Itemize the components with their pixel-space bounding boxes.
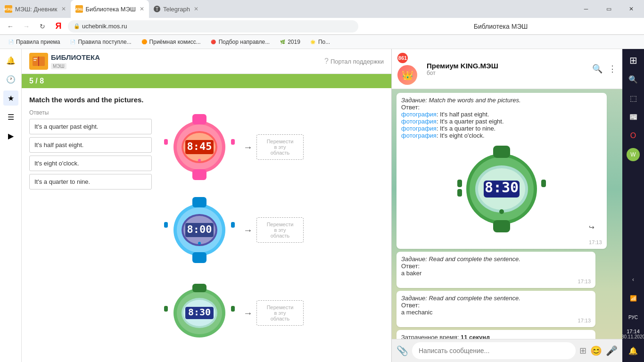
rs-opera-icon[interactable]: O [624, 126, 643, 145]
svg-rect-17 [192, 197, 206, 207]
svg-point-46 [499, 209, 504, 214]
msg1-link3[interactable]: фотография [401, 125, 437, 132]
forward-button[interactable]: ↪ [585, 221, 598, 234]
rs-search-button[interactable]: 🔍 [624, 70, 643, 89]
svg-rect-41 [457, 189, 462, 197]
bookmark-po[interactable]: 🌟 По... [306, 38, 334, 46]
lock-icon: 🔒 [74, 23, 80, 29]
bookmark-2019[interactable]: 🌿 2019 [275, 38, 304, 46]
support-link[interactable]: ? Портал поддержки [324, 57, 384, 66]
tg-emoji-button[interactable]: 😊 [590, 345, 602, 356]
rs-lang[interactable]: РУС [624, 308, 643, 327]
tg-bot-name: Премиум KING.МЭШ [427, 62, 587, 70]
tg-menu-button[interactable]: ⋮ [608, 64, 617, 74]
sidebar-icon-history[interactable]: 🕐 [3, 72, 18, 87]
msg1-link1[interactable]: фотография [401, 111, 437, 118]
tab1-close[interactable]: ✕ [61, 6, 66, 12]
rs-widgets-button[interactable]: 📰 [624, 107, 643, 126]
tg-grid-button[interactable]: ⊞ [579, 346, 586, 356]
answer-item-1[interactable]: It's a quarter past eight. [29, 119, 152, 134]
tg-messages: Задание: Match the words and the picture… [392, 89, 622, 339]
rs-avatar[interactable]: W [624, 145, 643, 164]
refresh-button[interactable]: ↻ [36, 20, 49, 33]
svg-text:8:00: 8:00 [187, 223, 212, 235]
library-header: БИБЛИОТЕКА МЭШ ? Портал поддержки [22, 49, 391, 74]
msg2-time: 17:13 [401, 279, 591, 284]
svg-rect-6 [192, 114, 206, 124]
tg-clock-svg: 8:30 [454, 142, 549, 236]
forward-button[interactable]: → [20, 20, 33, 33]
sidebar-icon-favorites[interactable]: ★ [3, 90, 18, 106]
clock-row-2: 8:00 → Переместив этуобласть [159, 192, 384, 268]
drop-zone-2-label: Переместив этуобласть [267, 222, 294, 239]
book-icon [32, 55, 46, 68]
answer-item-4[interactable]: It's a quarter to nine. [29, 174, 152, 189]
svg-text:8:30: 8:30 [485, 179, 519, 196]
msg1-task-word: Задание: [401, 97, 429, 104]
msg1-suffix2: : It's a quarter past eight. [437, 118, 504, 125]
msg1-link2[interactable]: фотография [401, 118, 437, 125]
bookmark-pravila-postuple[interactable]: 📄 Правила поступле... [66, 38, 135, 46]
exercise-columns: Ответы It's a quarter past eight. It's h… [29, 109, 384, 351]
rs-windows-button[interactable]: ⊞ [624, 51, 643, 70]
svg-rect-40 [541, 180, 546, 187]
bookmark-podbor[interactable]: 🔴 Подбор направле... [206, 38, 274, 46]
msg1-suffix4: : It's eight o'clock. [437, 132, 485, 139]
close-button[interactable]: ✕ [620, 2, 642, 16]
drop-zone-2[interactable]: Переместив этуобласть [256, 217, 304, 243]
msg2-task-label: Задание: Read and complete the sentence. [401, 255, 520, 263]
tg-messages-container: Задание: Match the words and the picture… [392, 89, 622, 339]
rs-expand-button[interactable]: ‹ [624, 270, 643, 289]
tg-mic-button[interactable]: 🎤 [606, 345, 618, 356]
tg-message-input[interactable] [412, 342, 576, 359]
page-title: Библиотека МЭШ [361, 23, 640, 30]
bookmark2-icon: 📄 [70, 39, 76, 45]
svg-rect-18 [192, 252, 206, 263]
clock-image-2: 8:00 [159, 192, 239, 268]
answer-item-2[interactable]: It's half past eight. [29, 137, 152, 153]
tab-telegraph[interactable]: T Telegraph ✕ [149, 0, 206, 18]
back-button[interactable]: ← [4, 20, 17, 33]
restore-button[interactable]: ▭ [598, 2, 619, 16]
titlebar: МЭШ МЭШ: Дневник ✕ МЭШ Библиотека МЭШ ✕ … [0, 0, 644, 18]
msg1-link4[interactable]: фотография [401, 132, 437, 139]
address-input[interactable]: 🔒 uchebnik.mos.ru [68, 20, 358, 33]
tab2-close[interactable]: ✕ [140, 6, 144, 12]
sidebar-icon-play[interactable]: ▶ [3, 128, 18, 143]
drop-zone-1[interactable]: Переместив этуобласть [256, 134, 304, 160]
clock-image-1: 8:45 [159, 109, 239, 185]
msg1-answer-word: Ответ: [401, 104, 420, 111]
tg-header: 861 👑 Премиум KING.МЭШ бот 🔍 ⋮ [392, 49, 622, 89]
sidebar-icon-menu[interactable]: ☰ [3, 109, 18, 124]
rs-wifi-icon: 📶 [624, 289, 643, 308]
bookmark4-label: Подбор направле... [219, 39, 270, 45]
bookmark1-label: Правила приема [16, 39, 60, 45]
drop-zone-3[interactable]: Переместив этуобласть [256, 300, 304, 326]
rs-datetime: 17:14 30.11.2020 [624, 327, 643, 341]
tab-mesh-dnevnik[interactable]: МЭШ МЭШ: Дневник ✕ [0, 0, 71, 18]
msg1-time: 17:13 [401, 239, 602, 245]
clock-row-1: 8:45 → Переместив этуобласть [159, 109, 384, 185]
addressbar: ← → ↻ Я 🔒 uchebnik.mos.ru Библиотека МЭШ [0, 18, 644, 35]
bookmark-pravila-priema[interactable]: 📄 Правила приема [4, 38, 64, 46]
rs-task-view-button[interactable]: ⬚ [624, 89, 643, 107]
sidebar-icon-notification[interactable]: 🔔 [3, 53, 18, 68]
svg-rect-10 [164, 139, 168, 145]
msg3-answer-label: Ответ: [401, 302, 420, 309]
bookmark-priemnaya[interactable]: 🟠 Приёмная комисс... [137, 38, 205, 46]
rs-notifications-button[interactable]: 🔔 [624, 341, 643, 360]
tg-search-button[interactable]: 🔍 [592, 64, 603, 74]
answer-item-3[interactable]: It's eight o'clock. [29, 156, 152, 171]
tab-library-mesh[interactable]: МЭШ Библиотека МЭШ ✕ [71, 0, 149, 18]
tg-attach-button[interactable]: 📎 [396, 345, 408, 356]
tg-footer: 📎 ⊞ 😊 🎤 [392, 339, 622, 362]
msg1-task-label: Задание: Match the words and the picture… [401, 97, 521, 104]
arrow-1: → [243, 142, 253, 153]
msg3-answer-value: a mechanic [401, 309, 432, 316]
tab3-close[interactable]: ✕ [194, 6, 198, 12]
svg-rect-37 [493, 146, 510, 158]
tg-actions: 🔍 ⋮ [592, 64, 617, 74]
answers-column: Ответы It's a quarter past eight. It's h… [29, 109, 152, 351]
svg-text:8:30: 8:30 [188, 306, 211, 318]
minimize-button[interactable]: ─ [575, 2, 597, 16]
